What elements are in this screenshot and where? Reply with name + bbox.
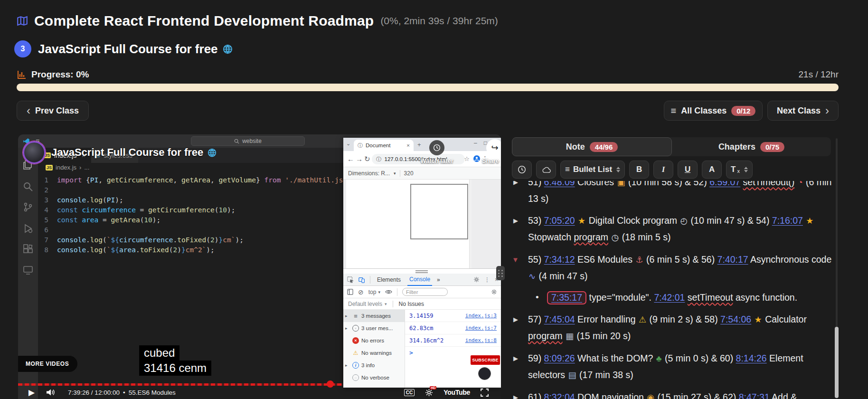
code-token: console [57,195,86,205]
devtools-tab-console: Console [407,274,432,286]
note-row: ▶51) 6:48:09 Closures ▣ (10 min 58 s) & … [512,181,833,207]
fullscreen-button[interactable] [481,389,489,397]
timestamp-link-highlighted[interactable]: 7:35:17 [547,291,586,304]
notes-scrollbar-thumb[interactable] [835,327,839,398]
panel-resize-handle[interactable] [496,266,505,280]
console-sidebar: ▸≡3 messages▸◦3 user mes...×No errors⚠No… [343,310,405,388]
remote-window-icon [22,265,34,276]
text-color-button[interactable]: A [702,161,722,179]
cloud-sync-button[interactable] [536,161,556,179]
sidebar-item-label: 3 messages [361,313,391,319]
notes-panel: Note 44/96 Chapters 0/75 ≡ Bullet List B… [512,134,839,399]
code-token: ); [152,215,160,225]
sidebar-item-label: 3 info [361,362,375,368]
expander-icon[interactable]: ▶ [513,351,518,367]
note-row: ▶61) 8:32:04 DOM navigation ◉ (15 min 27… [512,389,833,399]
code-token: getArea [181,175,210,185]
video-progress-scrubber[interactable] [327,380,334,388]
code-token: log [90,245,103,255]
tab-chapters[interactable]: Chapters 0/75 [672,137,831,156]
code-token: ` [107,245,111,255]
tab-note[interactable]: Note 44/96 [512,137,672,156]
watch-later-button[interactable] [429,140,444,155]
back-icon: ← [347,155,354,163]
source-link: index.js:7 [465,325,497,331]
video-player[interactable]: ≡ website – □ × [18,134,501,399]
minimize-icon: – [474,140,477,146]
code-token: import [57,175,86,185]
ship-emoji: ⚓ [636,255,643,265]
timestamp-link[interactable]: 7:34:12 [544,254,575,265]
extensions-icon [22,244,34,255]
captions-button[interactable]: CC [404,389,415,396]
timestamp-link[interactable]: 7:35:17 [551,292,582,303]
timestamp-link[interactable]: 6:59:07 [709,181,740,187]
clear-formatting-button[interactable]: Tx [726,161,753,179]
code-token: log [90,235,103,245]
code-token: from [264,175,285,185]
code-token: ` [107,235,111,245]
timestamp-link[interactable]: 7:45:04 [544,314,575,324]
volume-button[interactable] [46,389,56,396]
code-token: 10 [144,215,152,225]
all-classes-button[interactable]: ≡ All Classes 0/12 [664,101,763,121]
note-text: (10 min 47 s) & 54) [688,215,772,226]
all-classes-count-badge: 0/12 [731,106,755,116]
expander-icon[interactable]: ▶ [513,213,518,229]
note-text: (4 min 47 s) [536,271,587,281]
course-progress-bar [17,84,839,91]
timestamp-link[interactable]: 8:09:26 [544,353,575,363]
expander-icon[interactable]: ▶ [513,312,518,328]
viewport-scrollbar [469,180,472,268]
block-type-dropdown[interactable]: ≡ Bullet List [560,161,625,179]
next-class-button[interactable]: Next Class › [767,101,839,121]
run-debug-icon [22,223,34,234]
code-token: getCircumference [148,205,215,215]
timestamp-link[interactable]: 7:42:01 [654,292,685,303]
note-text: What is the DOM? [575,353,656,363]
expander-icon[interactable]: ▶ [513,181,518,190]
timestamp-link[interactable]: 7:05:20 [544,215,575,226]
timestamp-link[interactable]: 8:47:31 [739,392,770,399]
timestamp-link[interactable]: 8:32:04 [544,392,575,399]
settings-gear-button[interactable]: HD [425,389,433,397]
timestamp-link[interactable]: 7:16:07 [772,215,803,226]
play-button[interactable]: ▶ [28,388,35,398]
youtube-logo[interactable]: YouTube [443,389,470,396]
underline-button[interactable]: U [678,161,698,179]
video-title[interactable]: JavaScript Full Course for free [51,146,217,159]
lesson-header: 3 JavaScript Full Course for free [14,40,233,58]
globe-icon [207,148,217,158]
code-token: . [86,235,90,245]
chrome-window: ⌄ ⓘ Document × + – □ × ← → ↻ ⓘ 127.0.0.1… [343,138,501,388]
code-token: cm` [223,235,235,245]
history-clock-button[interactable] [512,161,532,179]
code-token: } [181,245,186,255]
note-text: DOM navigation [575,392,647,399]
share-arrow-icon: ↪ [491,142,498,153]
timestamp-link[interactable]: 6:48:09 [544,181,575,187]
stopwatch-emoji: ◷ [612,233,619,242]
note-text: 59) [528,353,544,363]
more-videos-button[interactable]: MORE VIDEOS [18,356,77,372]
avatar[interactable] [23,141,46,164]
emulated-page-area [343,180,501,268]
devtools-sidebar-item: ▸≡3 messages [343,310,405,322]
expander-icon[interactable]: ▶ [513,390,518,399]
expander-icon[interactable]: ▼ [512,252,519,268]
notes-editor[interactable]: ▶51) 6:48:09 Closures ▣ (10 min 58 s) & … [512,181,833,399]
share-button[interactable]: ↪ [486,139,501,156]
subscribe-button[interactable]: SUBSCRIBE [471,355,500,365]
bold-button[interactable]: B [629,161,649,179]
italic-button[interactable]: I [653,161,673,179]
timestamp-link[interactable]: 7:40:17 [717,254,748,265]
more-tabs-icon: » [437,276,440,283]
note-text [803,215,805,226]
prev-class-button[interactable]: ‹ Prev Class [17,101,89,121]
timestamp-link[interactable]: 8:14:26 [736,353,767,363]
caption-line: cubed [139,345,179,361]
timestamp-link[interactable]: 7:54:06 [720,314,751,324]
code-token: ${ [111,245,119,255]
note-text: Calculator [763,314,807,324]
code-token: 10 [219,205,227,215]
